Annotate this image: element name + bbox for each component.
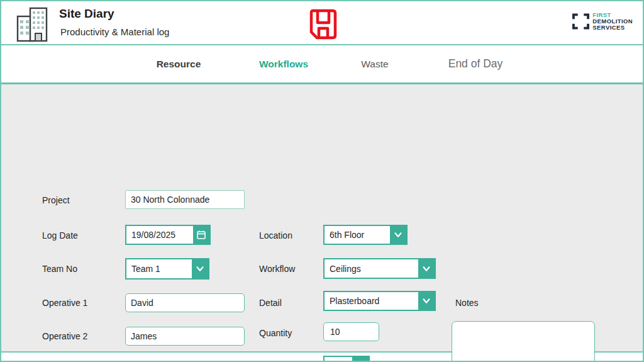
location-value: 6th Floor — [325, 226, 390, 244]
workflows-form-panel: Project Log Date Team No Operative 1 Ope… — [1, 84, 643, 353]
tab-bar: Resource Workflows Waste End of Day — [1, 45, 643, 82]
chevron-down-icon[interactable] — [390, 226, 406, 244]
detail-value: Plasterboard — [325, 292, 418, 310]
app-title: Site Diary — [59, 7, 114, 21]
logo-word-services: SERVICES — [592, 25, 633, 31]
log-date-value: 19/08/2025 — [126, 226, 193, 244]
team-no-label: Team No — [42, 264, 77, 274]
team-no-dropdown[interactable]: Team 1 — [125, 258, 209, 280]
tab-workflows[interactable]: Workflows — [246, 45, 321, 82]
log-date-label: Log Date — [42, 230, 78, 240]
site-diary-app: Site Diary Productivity & Material log F… — [0, 0, 644, 362]
app-subtitle: Productivity & Material log — [60, 26, 169, 37]
location-dropdown[interactable]: 6th Floor — [323, 225, 408, 245]
logo-text: FIRST DEMOLITION SERVICES — [592, 12, 633, 31]
tab-waste[interactable]: Waste — [343, 45, 406, 82]
calendar-icon[interactable] — [193, 226, 209, 244]
quantity-input[interactable] — [323, 322, 379, 341]
chevron-down-icon[interactable] — [418, 259, 435, 278]
log-date-picker[interactable]: 19/08/2025 — [125, 225, 211, 245]
notes-textarea[interactable] — [452, 321, 595, 362]
workflow-dropdown[interactable]: Ceilings — [323, 258, 436, 279]
unit-dropdown[interactable]: m2 — [323, 356, 370, 362]
workflow-label: Workflow — [259, 264, 295, 274]
quantity-label: Quantity — [259, 328, 292, 338]
project-label: Project — [42, 195, 70, 205]
operative1-label: Operative 1 — [42, 298, 87, 308]
project-input[interactable] — [125, 190, 245, 209]
operative2-input[interactable] — [125, 327, 245, 346]
team-no-value: Team 1 — [126, 259, 192, 278]
tab-end-of-day[interactable]: End of Day — [431, 45, 519, 82]
save-icon[interactable] — [307, 9, 340, 40]
location-label: Location — [259, 230, 292, 240]
unit-value: m2 — [325, 357, 352, 362]
chevron-down-icon[interactable] — [352, 357, 369, 362]
company-logo: FIRST DEMOLITION SERVICES — [572, 12, 633, 31]
detail-label: Detail — [259, 298, 282, 308]
building-icon — [13, 7, 50, 42]
tab-resource[interactable]: Resource — [141, 45, 216, 82]
chevron-down-icon[interactable] — [192, 259, 208, 278]
operative1-input[interactable] — [125, 293, 245, 312]
app-header: Site Diary Productivity & Material log F… — [1, 1, 643, 44]
detail-dropdown[interactable]: Plasterboard — [323, 291, 436, 311]
operative2-label: Operative 2 — [42, 331, 87, 341]
notes-label: Notes — [455, 298, 479, 308]
logo-brackets-icon — [572, 13, 589, 30]
workflow-value: Ceilings — [325, 259, 418, 278]
chevron-down-icon[interactable] — [418, 292, 435, 310]
